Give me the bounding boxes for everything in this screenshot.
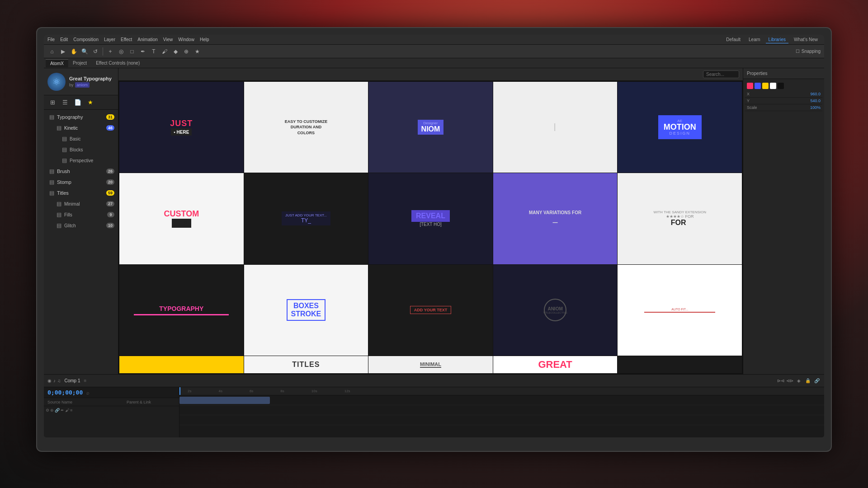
- thumb-minimal-anim[interactable]: I: [493, 82, 618, 173]
- nav-item-glitch[interactable]: ▤ Glitch 10: [44, 220, 118, 231]
- menu-edit[interactable]: Edit: [60, 37, 68, 42]
- typography-pink-text: TYPOGRAPHY: [159, 305, 203, 312]
- thumb-reveal[interactable]: REVEAL [TEXT HO]: [368, 173, 493, 264]
- swatch-black[interactable]: [778, 83, 784, 89]
- nav-item-blocks[interactable]: ▤ Blocks: [44, 144, 118, 155]
- track-add-btn[interactable]: ⊕: [50, 408, 54, 413]
- author-name: aniom: [75, 82, 90, 88]
- menu-file[interactable]: File: [47, 37, 55, 42]
- thumb-custom-les[interactable]: CUSTOM LES: [119, 173, 244, 264]
- fills-badge: 9: [107, 212, 114, 217]
- track-link-btn[interactable]: 🔗: [55, 408, 60, 413]
- thumb-yellow[interactable]: [119, 356, 244, 373]
- nav-item-kinetic[interactable]: ▤ Kinetic 46: [44, 122, 118, 133]
- add-tool-btn[interactable]: +: [106, 47, 115, 56]
- panel-tab-atomx[interactable]: AtomX: [46, 59, 68, 67]
- layer-header: Source Name Parent & Link: [44, 398, 179, 406]
- favorites-btn[interactable]: ★: [85, 98, 95, 108]
- select-tool-btn[interactable]: ▶: [58, 47, 67, 56]
- nav-item-fills[interactable]: ▤ Fills 9: [44, 209, 118, 220]
- track-bar-1[interactable]: [179, 397, 270, 404]
- thumb-for-stars[interactable]: WITH THE SANDY EXTENSION ★★★★☆ FOR FOR: [618, 173, 742, 264]
- thumb-boxes-stroke[interactable]: BOXESSTROKE: [244, 265, 368, 356]
- boxes-stroke-text: BOXESSTROKE: [287, 299, 326, 321]
- menu-help[interactable]: Help: [200, 37, 209, 42]
- thumb-many-variations[interactable]: MANY VARIATIONS FOR –: [493, 173, 618, 264]
- grid-view-btn[interactable]: ⊞: [47, 98, 57, 108]
- thumb-aniom-circle[interactable]: ANIOM TITLECOLLECTIVE: [493, 265, 618, 356]
- panel-tab-project[interactable]: Project: [68, 59, 91, 67]
- menu-composition[interactable]: Composition: [73, 37, 99, 42]
- anchor-tool-btn[interactable]: ◎: [117, 47, 126, 56]
- panel-tab-effect-controls[interactable]: Effect Controls (none): [91, 59, 144, 67]
- menu-animation[interactable]: Animation: [137, 37, 157, 42]
- hand-tool-btn[interactable]: ✋: [69, 47, 78, 56]
- zoom-tool-btn[interactable]: 🔍: [80, 47, 89, 56]
- list-view-btn[interactable]: ☰: [60, 98, 70, 108]
- playhead[interactable]: [179, 387, 180, 395]
- next-frame-btn[interactable]: ⊲⊳: [786, 377, 793, 385]
- thumb-boxes-content: BOXESSTROKE: [244, 265, 368, 356]
- nav-item-perspective[interactable]: ▤ Perspective: [44, 155, 118, 166]
- menu-layer[interactable]: Layer: [104, 37, 115, 42]
- link-btn[interactable]: 🔗: [813, 377, 821, 385]
- lock-btn[interactable]: 🔒: [804, 377, 811, 385]
- swatch-pink[interactable]: [747, 83, 753, 89]
- thumb-easy-customize[interactable]: EASY TO CUSTOMIZEDURATION ANDCOLORS: [244, 82, 368, 173]
- ruler-2s: 2s: [188, 389, 191, 393]
- thumb-minimal-badge[interactable]: MINIMAL: [368, 356, 493, 373]
- thumb-designer-niom[interactable]: Designer NIOM: [368, 82, 493, 173]
- menu-view[interactable]: View: [163, 37, 173, 42]
- search-timecode-btn[interactable]: ⌕: [86, 390, 90, 395]
- shape-tool-btn[interactable]: ★: [193, 47, 202, 56]
- thumb-add-your-text[interactable]: ADD YOUR TEXT: [368, 265, 493, 356]
- timecode-display[interactable]: 0;00;00;00: [47, 389, 83, 396]
- thumb-just-here[interactable]: JUST ▪ HERE: [119, 82, 244, 173]
- track-pen-btn[interactable]: ✒: [61, 408, 64, 413]
- thumb-empty[interactable]: [618, 356, 742, 373]
- workspace-tab-libraries[interactable]: Libraries: [766, 36, 788, 43]
- track-options-btn[interactable]: ⚙: [46, 408, 49, 413]
- nav-item-brush[interactable]: ▤ Brush 26: [44, 166, 118, 177]
- thumb-auto-fit[interactable]: AUTO FIT...: [618, 265, 742, 356]
- snapping-checkbox[interactable]: ☐: [796, 49, 800, 54]
- nav-item-typography[interactable]: ▤ Typography 31: [44, 112, 118, 122]
- prev-frame-btn[interactable]: ⊳⊲: [777, 377, 784, 385]
- track-settings-btn[interactable]: ≡: [70, 408, 72, 413]
- swatch-yellow[interactable]: [762, 83, 769, 89]
- nav-item-stomp[interactable]: ▤ Stomp 20: [44, 177, 118, 188]
- home-tool-btn[interactable]: ⌂: [47, 47, 57, 56]
- rotate-tool-btn[interactable]: ↺: [91, 47, 100, 56]
- prop-x-label: X: [747, 92, 750, 96]
- workspace-tab-default[interactable]: Default: [723, 36, 743, 43]
- puppet-tool-btn[interactable]: ⊕: [182, 47, 191, 56]
- thumb-typography-pink[interactable]: TYPOGRAPHY: [119, 265, 244, 356]
- pen-tool-btn[interactable]: ✒: [138, 47, 147, 56]
- brush-tool-btn[interactable]: 🖌: [160, 47, 169, 56]
- top-menubar: File Edit Composition Layer Effect Anima…: [44, 35, 824, 45]
- eraser-tool-btn[interactable]: ◆: [171, 47, 180, 56]
- add-btn[interactable]: 📄: [73, 98, 83, 108]
- track-paint-btn[interactable]: 🖌: [65, 408, 69, 413]
- thumb-just-add-content: JUST ADD YOUR TEXT... TY_: [244, 173, 368, 264]
- workspace-tab-learn[interactable]: Learn: [746, 36, 763, 43]
- text-tool-btn[interactable]: T: [149, 47, 158, 56]
- thumb-typography-content: TYPOGRAPHY: [119, 265, 244, 356]
- swatch-blue[interactable]: [755, 83, 761, 89]
- solo-btn[interactable]: ◈: [795, 377, 802, 385]
- menu-effect[interactable]: Effect: [121, 37, 132, 42]
- thumb-just-add[interactable]: JUST ADD YOUR TEXT... TY_: [244, 173, 368, 264]
- thumb-motion-design[interactable]: AE MOTION DESIGN: [618, 82, 742, 173]
- workspace-tab-whats-new[interactable]: What's New: [791, 36, 821, 43]
- thumb-great[interactable]: GREAT: [493, 356, 618, 373]
- thumb-titles-text[interactable]: TITLES: [244, 356, 368, 373]
- search-input[interactable]: [703, 70, 739, 78]
- nav-label-fills: Fills: [64, 212, 72, 217]
- typography-badge: 31: [106, 114, 114, 120]
- rect-tool-btn[interactable]: □: [127, 47, 137, 56]
- nav-item-minimal[interactable]: ▤ Minimal 27: [44, 198, 118, 209]
- nav-item-basic[interactable]: ▤ Basic: [44, 133, 118, 144]
- nav-item-titles[interactable]: ▤ Titles 59: [44, 188, 118, 198]
- menu-window[interactable]: Window: [178, 37, 194, 42]
- swatch-white[interactable]: [770, 83, 776, 89]
